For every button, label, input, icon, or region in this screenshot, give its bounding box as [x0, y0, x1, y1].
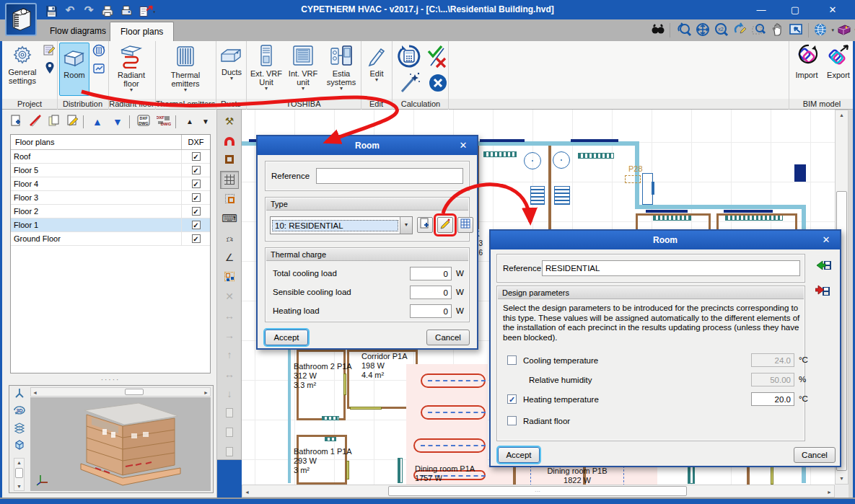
thermal-emitters-button[interactable]: Thermal emitters ▾ [157, 43, 214, 93]
scroll-up-icon[interactable]: ▲ [14, 459, 24, 467]
help-book-icon[interactable]: ▾ [836, 22, 853, 38]
dxf-checkbox[interactable]: ✓ [192, 152, 201, 161]
angle-icon[interactable]: ∠ [220, 249, 239, 267]
canvas-horizontal-scrollbar[interactable]: ◄ ··· ► [242, 485, 835, 498]
search-binoculars-icon[interactable] [649, 22, 667, 38]
delete-floor-plan-icon[interactable] [27, 114, 44, 130]
heating-temperature-checkbox[interactable]: ✓ [507, 394, 517, 404]
minimize-button[interactable]: — [747, 0, 776, 19]
close-button[interactable]: ✕ [817, 0, 849, 19]
sensible-cooling-load-input[interactable] [410, 286, 452, 299]
int-vrf-unit-button[interactable]: Int. VRF unit ▾ [286, 43, 320, 92]
floor-row-floor3[interactable]: Floor 3 ✓ [11, 191, 210, 205]
radiant-floor-button[interactable]: Radiant floor ▾ [110, 43, 152, 93]
plot-icon[interactable] [118, 3, 134, 17]
ortho-square-icon[interactable] [220, 151, 239, 169]
export-bim-button[interactable]: Export [824, 43, 853, 80]
location-pin-icon[interactable] [43, 61, 57, 76]
type-table-button[interactable] [457, 217, 473, 233]
cancel-calculation-icon[interactable] [427, 73, 449, 94]
scroll-down-icon[interactable]: ▼ [14, 482, 24, 490]
close-icon[interactable]: ✕ [455, 136, 471, 155]
scroll-thumb[interactable] [125, 389, 144, 395]
results-document-icon[interactable] [92, 63, 106, 77]
capture-view-icon[interactable] [788, 22, 805, 38]
floor-row-floor1-selected[interactable]: Floor 1 ✓ [11, 218, 210, 232]
heating-temperature-input[interactable] [751, 392, 794, 406]
floor-row-roof[interactable]: Roof ✓ [11, 150, 210, 164]
axes-icon[interactable] [12, 387, 27, 403]
move-up-icon[interactable]: ▲ [89, 114, 106, 130]
check-results-icon[interactable] [426, 44, 449, 70]
room-type-dialog-title[interactable]: Room [491, 231, 840, 249]
heating-load-input[interactable] [410, 304, 452, 318]
edit-plan-icon[interactable] [42, 43, 56, 58]
scroll-right-icon[interactable]: ► [827, 488, 832, 496]
room-button[interactable]: Room [59, 43, 89, 96]
grid-toggle-icon[interactable] [220, 171, 239, 189]
import-bim-button[interactable]: Import [792, 43, 821, 80]
edit-button[interactable]: Edit ▾ [363, 43, 390, 83]
rotate-3d-icon[interactable]: 3D [12, 404, 27, 420]
zoom-x2-icon[interactable]: x2 [713, 22, 730, 38]
dxf-dwg-manager-icon[interactable]: DXFDWG [135, 114, 152, 130]
estia-systems-button[interactable]: Estia systems ▾ [323, 43, 360, 92]
zoom-extents-icon[interactable] [694, 22, 711, 38]
layers-icon[interactable] [12, 422, 27, 438]
update-calculation-icon[interactable] [396, 44, 422, 70]
building-3d-view[interactable] [30, 397, 211, 491]
save-icon[interactable] [43, 3, 59, 17]
dxf-layers-icon[interactable]: DXFDWG [155, 114, 172, 130]
room-dialog-title[interactable]: Room [258, 136, 477, 155]
scroll-right-icon[interactable]: ► [203, 389, 209, 397]
redraw-icon[interactable] [732, 22, 749, 38]
preview-vertical-scrollbar[interactable]: ▲ ▼ [14, 458, 25, 491]
undo-icon[interactable]: ↶ [62, 3, 78, 17]
update-results-icon[interactable] [92, 44, 106, 58]
app-logo-icon[interactable] [5, 3, 37, 36]
reference-input[interactable] [542, 260, 800, 276]
cooling-temperature-checkbox[interactable] [507, 355, 517, 365]
chevron-down-icon[interactable]: ▾ [400, 217, 412, 234]
dimension-icon[interactable]: 1.4↔ [220, 229, 239, 247]
scroll-left-icon[interactable]: ◄ [245, 488, 250, 496]
preview-horizontal-scrollbar[interactable]: ◄ ► [30, 387, 211, 397]
accept-button[interactable]: Accept [498, 447, 540, 463]
radiant-floor-checkbox[interactable] [507, 416, 517, 425]
export-report-icon[interactable] [137, 3, 157, 17]
total-cooling-load-input[interactable] [410, 267, 452, 280]
tab-flow-diagrams[interactable]: Flow diagrams [40, 22, 116, 41]
dxf-checkbox[interactable]: ✓ [192, 193, 201, 202]
web-globe-icon[interactable]: ▾ [812, 22, 830, 38]
general-settings-button[interactable]: General settings [4, 43, 41, 86]
scroll-thumb[interactable] [15, 468, 23, 478]
edit-floor-plan-icon[interactable] [64, 114, 82, 130]
ext-vrf-unit-button[interactable]: Ext. VRF Unit ▾ [248, 43, 284, 92]
collapse-up-icon[interactable]: ▲ [181, 114, 198, 130]
copy-floor-plan-icon[interactable] [45, 114, 63, 130]
dxf-checkbox[interactable]: ✓ [192, 180, 201, 188]
add-floor-plan-icon[interactable] [8, 114, 25, 130]
accept-button[interactable]: Accept [265, 330, 308, 345]
move-down-icon[interactable]: ▼ [109, 114, 126, 130]
export-type-icon[interactable] [815, 283, 834, 300]
cancel-button[interactable]: Cancel [426, 330, 470, 345]
ducts-button[interactable]: Ducts ▾ [216, 43, 247, 81]
dxf-checkbox[interactable]: ✓ [192, 221, 201, 229]
print-icon[interactable] [100, 3, 115, 17]
clone-array-icon[interactable] [220, 268, 239, 286]
type-dropdown[interactable]: 10: RESIDENTIAL ▾ [270, 216, 413, 234]
scroll-down-icon[interactable]: ▼ [836, 474, 848, 484]
zoom-window-icon[interactable] [750, 22, 768, 38]
pan-hand-icon[interactable] [769, 22, 786, 38]
object-center-icon[interactable] [220, 190, 239, 208]
maximize-button[interactable]: ▢ [781, 0, 810, 19]
scroll-left-icon[interactable]: ◄ [32, 389, 38, 397]
import-type-icon[interactable] [815, 257, 834, 274]
floor-row-floor4[interactable]: Floor 4 ✓ [11, 177, 210, 191]
tools-icon[interactable]: ⚒ [220, 112, 239, 131]
dxf-checkbox[interactable]: ✓ [192, 234, 201, 243]
add-type-button[interactable] [417, 217, 433, 233]
cancel-button[interactable]: Cancel [794, 447, 836, 463]
redo-icon[interactable]: ↷ [81, 3, 97, 17]
